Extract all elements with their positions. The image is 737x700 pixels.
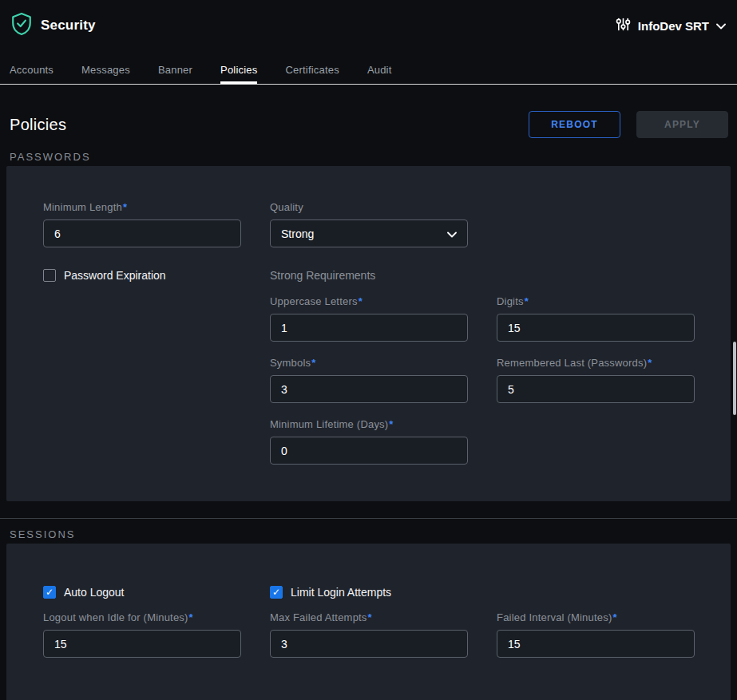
required-asterisk: * xyxy=(311,357,315,369)
minimum-length-input[interactable] xyxy=(43,219,241,247)
quality-label: Quality xyxy=(270,201,468,213)
digits-input[interactable] xyxy=(497,314,695,342)
chevron-down-icon xyxy=(716,18,726,33)
security-settings-page: Security InfoDev SRT xyxy=(0,0,737,700)
action-buttons: REBOOT APPLY xyxy=(529,111,728,138)
auto-logout-checkbox-row[interactable]: Auto Logout xyxy=(43,585,241,599)
sessions-section-label: SESSIONS xyxy=(10,528,727,540)
tab-accounts[interactable]: Accounts xyxy=(10,64,53,84)
required-asterisk: * xyxy=(648,357,652,369)
tab-banner[interactable]: Banner xyxy=(158,64,192,84)
password-expiration-checkbox[interactable] xyxy=(43,269,56,282)
minimum-lifetime-input[interactable] xyxy=(270,437,468,465)
remembered-last-label: Remembered Last (Passwords)* xyxy=(497,357,695,369)
logout-idle-input[interactable] xyxy=(43,630,241,658)
header-left: Security xyxy=(11,13,96,38)
remembered-last-input[interactable] xyxy=(497,375,695,403)
failed-interval-field: Failed Interval (Minutes)* xyxy=(497,611,695,658)
empty-slot xyxy=(497,418,695,465)
digits-field: Digits* xyxy=(497,295,695,342)
empty-slot xyxy=(497,201,695,247)
minimum-length-field: Minimum Length* xyxy=(43,201,241,247)
failed-interval-label: Failed Interval (Minutes)* xyxy=(497,611,695,623)
strong-requirements-heading: Strong Requirements xyxy=(270,268,468,283)
quality-field: Quality Strong xyxy=(270,201,468,247)
logout-idle-label: Logout when Idle for (Minutes)* xyxy=(43,611,241,623)
sessions-panel: Auto Logout Limit Login Attempts Logout … xyxy=(6,544,731,700)
password-expiration-slot: Password Expiration xyxy=(43,268,241,283)
uppercase-letters-input[interactable] xyxy=(270,314,468,342)
limit-login-attempts-checkbox-row[interactable]: Limit Login Attempts xyxy=(270,585,468,599)
symbols-label: Symbols* xyxy=(270,357,468,369)
passwords-row-2: Password Expiration Strong Requirements xyxy=(43,268,695,283)
uppercase-letters-field: Uppercase Letters* xyxy=(270,295,468,342)
passwords-row-1: Minimum Length* Quality Strong xyxy=(43,201,695,247)
auto-logout-checkbox[interactable] xyxy=(43,586,56,599)
title-row: Policies REBOOT APPLY xyxy=(10,111,728,138)
section-divider xyxy=(0,518,737,519)
page-heading: Policies xyxy=(10,116,66,134)
digits-label: Digits* xyxy=(497,295,695,307)
required-asterisk: * xyxy=(525,295,529,307)
scrollbar-thumb[interactable] xyxy=(733,342,736,415)
minimum-lifetime-field: Minimum Lifetime (Days)* xyxy=(270,418,468,465)
failed-interval-input[interactable] xyxy=(497,630,695,658)
auto-logout-label: Auto Logout xyxy=(64,586,125,599)
required-asterisk: * xyxy=(368,611,372,623)
reboot-button[interactable]: REBOOT xyxy=(529,111,620,138)
minimum-lifetime-label: Minimum Lifetime (Days)* xyxy=(270,418,468,430)
password-expiration-checkbox-row[interactable]: Password Expiration xyxy=(43,268,241,283)
tab-messages[interactable]: Messages xyxy=(81,64,130,84)
empty-slot xyxy=(43,418,241,465)
passwords-row-5: Minimum Lifetime (Days)* xyxy=(43,418,695,465)
empty-slot xyxy=(43,357,241,403)
required-asterisk: * xyxy=(359,295,363,307)
passwords-row-3: Uppercase Letters* Digits* xyxy=(43,295,695,342)
sessions-row-2: Logout when Idle for (Minutes)* Max Fail… xyxy=(43,611,695,658)
select-chevron-down-icon xyxy=(447,227,457,240)
device-selector[interactable]: InfoDev SRT xyxy=(616,17,726,35)
quality-select-value: Strong xyxy=(281,227,314,240)
passwords-section-label: PASSWORDS xyxy=(10,151,727,163)
sessions-row-1: Auto Logout Limit Login Attempts xyxy=(43,585,695,599)
limit-login-attempts-checkbox[interactable] xyxy=(270,586,283,599)
required-asterisk: * xyxy=(612,611,616,623)
passwords-row-4: Symbols* Remembered Last (Passwords)* xyxy=(43,357,695,403)
tab-policies[interactable]: Policies xyxy=(220,64,257,84)
minimum-length-label: Minimum Length* xyxy=(43,201,241,213)
limit-login-attempts-label: Limit Login Attempts xyxy=(291,586,391,599)
limit-login-attempts-slot: Limit Login Attempts xyxy=(270,585,468,599)
password-expiration-label: Password Expiration xyxy=(64,269,166,282)
tab-bar: Accounts Messages Banner Policies Certif… xyxy=(0,48,737,84)
tabs-divider xyxy=(0,84,737,85)
symbols-input[interactable] xyxy=(270,375,468,403)
device-name: InfoDev SRT xyxy=(638,19,709,33)
empty-slot xyxy=(43,295,241,342)
security-shield-icon xyxy=(11,13,32,38)
remembered-last-field: Remembered Last (Passwords)* xyxy=(497,357,695,403)
passwords-panel: Minimum Length* Quality Strong Password … xyxy=(6,166,731,501)
max-failed-attempts-field: Max Failed Attempts* xyxy=(270,611,468,658)
tab-certificates[interactable]: Certificates xyxy=(285,64,339,84)
apply-button[interactable]: APPLY xyxy=(636,111,728,138)
required-asterisk: * xyxy=(389,418,393,430)
app-header: Security InfoDev SRT xyxy=(0,0,737,48)
required-asterisk: * xyxy=(123,201,127,213)
quality-select[interactable]: Strong xyxy=(270,219,468,247)
empty-slot xyxy=(497,585,695,599)
uppercase-letters-label: Uppercase Letters* xyxy=(270,295,468,307)
sliders-icon xyxy=(616,17,631,35)
empty-slot xyxy=(497,268,695,283)
logout-idle-field: Logout when Idle for (Minutes)* xyxy=(43,611,241,658)
tab-audit[interactable]: Audit xyxy=(367,64,392,84)
max-failed-attempts-input[interactable] xyxy=(270,630,468,658)
symbols-field: Symbols* xyxy=(270,357,468,403)
auto-logout-slot: Auto Logout xyxy=(43,585,241,599)
required-asterisk: * xyxy=(189,611,193,623)
page-title-security: Security xyxy=(41,18,96,34)
max-failed-attempts-label: Max Failed Attempts* xyxy=(270,611,468,623)
